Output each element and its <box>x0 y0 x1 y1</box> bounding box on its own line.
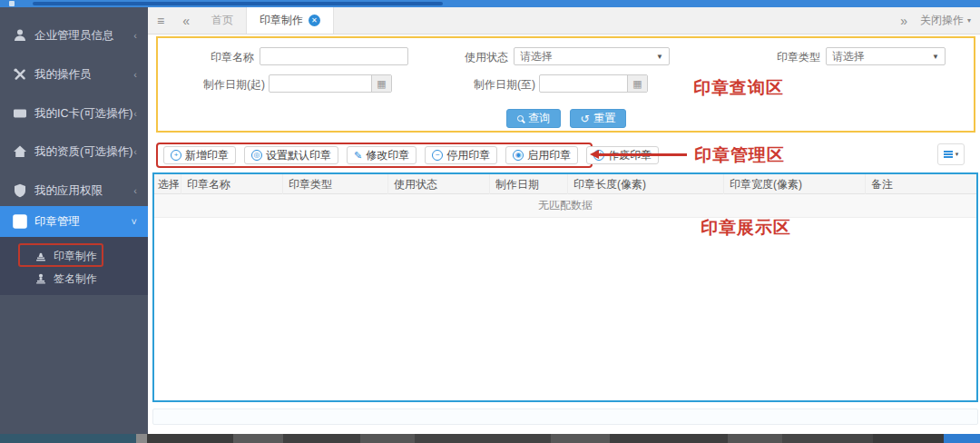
taskbar-segment <box>551 434 610 443</box>
sidebar-item-ic-card[interactable]: 我的IC卡(可选操作) ‹ <box>0 98 148 129</box>
tab-label: 印章制作 <box>260 13 303 28</box>
column-header-usage-status[interactable]: 使用状态 <box>388 174 490 194</box>
button-label: 设置默认印章 <box>266 148 331 163</box>
search-icon <box>517 115 524 122</box>
chevron-left-icon: ‹ <box>133 30 137 41</box>
chevron-down-icon: ˅ <box>132 216 137 227</box>
home-icon <box>13 144 27 159</box>
taskbar-segment <box>360 434 415 443</box>
caret-down-icon: ▾ <box>967 16 971 25</box>
sidebar-item-operators[interactable]: 我的操作员 ‹ <box>0 59 148 90</box>
taskbar-segment <box>233 434 283 443</box>
tab-seal-making[interactable]: 印章制作 ✕ <box>246 7 334 34</box>
chevron-left-icon: ‹ <box>133 108 137 119</box>
sidebar-item-admin-info[interactable]: 企业管理员信息 ‹ <box>0 20 148 51</box>
enable-circle-icon: ◉ <box>513 150 524 161</box>
add-circle-icon: + <box>171 150 181 161</box>
set-default-seal-button[interactable]: ◎ 设置默认印章 <box>244 146 338 164</box>
tabs-scroll-left-icon[interactable]: « <box>173 7 199 34</box>
usage-status-value: 请选择 <box>520 49 553 64</box>
tab-home[interactable]: 首页 <box>199 7 246 34</box>
seal-type-label: 印章类型 <box>769 50 820 65</box>
taskbar-segment <box>147 434 233 443</box>
date-to-input[interactable]: ▦ <box>539 74 648 93</box>
column-header-seal-type[interactable]: 印章类型 <box>283 174 388 194</box>
column-header-remarks[interactable]: 备注 <box>866 174 976 194</box>
reset-icon: ↺ <box>580 113 589 125</box>
sidebar-item-app-permissions[interactable]: 我的应用权限 ‹ <box>0 175 148 206</box>
taskbar-segment <box>415 434 551 443</box>
column-header-seal-width[interactable]: 印章宽度(像素) <box>724 174 866 194</box>
taskbar-fragment <box>0 434 980 443</box>
sidebar-item-label: 我的操作员 <box>34 67 92 83</box>
stamp-icon <box>34 250 47 262</box>
sidebar-item-label: 我的应用权限 <box>34 183 103 199</box>
column-header-select[interactable]: 选择 <box>154 174 181 194</box>
signature-stamp-icon <box>34 272 47 285</box>
table-header-row: 选择 印章名称 印章类型 使用状态 制作日期 印章长度(像素) 印章宽度(像素)… <box>154 174 976 194</box>
pagination-strip <box>152 409 978 425</box>
modify-seal-button[interactable]: ✎ 修改印章 <box>347 146 416 164</box>
shield-icon <box>13 183 27 198</box>
taskbar-segment <box>873 434 944 443</box>
table-options-button[interactable]: ▾ <box>937 143 965 165</box>
seal-name-label: 印章名称 <box>194 50 254 65</box>
taskbar-segment <box>610 434 728 443</box>
close-operations-dropdown[interactable]: 关闭操作 ▾ <box>920 13 971 28</box>
sidebar-submenu: 印章制作 签名制作 <box>0 237 148 295</box>
sidebar-item-qualifications[interactable]: 我的资质(可选操作) ‹ <box>0 136 148 167</box>
calendar-icon[interactable]: ▦ <box>627 75 647 92</box>
hamburger-menu-icon[interactable]: ≡ <box>148 7 173 34</box>
top-bar-title-band <box>33 2 443 5</box>
column-header-make-date[interactable]: 制作日期 <box>490 174 568 194</box>
sidebar-item-label: 我的IC卡(可选操作) <box>34 106 132 122</box>
calendar-icon[interactable]: ▦ <box>371 75 391 92</box>
usage-status-select[interactable]: 请选择 ▼ <box>514 47 670 65</box>
sidebar-item-seal-management[interactable]: 印章管理 ˅ <box>0 206 148 237</box>
caret-down-icon: ▾ <box>956 151 959 158</box>
chevron-left-icon: ‹ <box>133 146 137 157</box>
search-button[interactable]: 查询 <box>506 109 561 128</box>
close-operations-label: 关闭操作 <box>920 13 964 28</box>
enable-seal-button[interactable]: ◉ 启用印章 <box>505 146 578 164</box>
disable-circle-icon: − <box>432 150 443 161</box>
button-label: 启用印章 <box>527 148 571 163</box>
sidebar-item-label: 印章管理 <box>34 214 80 230</box>
button-label: 停用印章 <box>446 148 490 163</box>
seal-name-input[interactable] <box>260 47 408 65</box>
caret-down-icon: ▼ <box>932 53 939 61</box>
sidebar-subitem-seal-making[interactable]: 印章制作 <box>0 245 148 267</box>
seal-type-select[interactable]: 请选择 ▼ <box>826 47 946 65</box>
set-default-circle-icon: ◎ <box>251 150 262 161</box>
chevron-left-icon: ‹ <box>133 69 137 80</box>
annotation-management-area: 印章管理区 <box>694 143 785 167</box>
app-root: 企业管理员信息 ‹ 我的操作员 ‹ 我的IC卡(可选操作) ‹ 我的资质(可选操… <box>0 0 980 443</box>
taskbar-segment <box>728 434 782 443</box>
date-from-input[interactable]: ▦ <box>269 74 392 93</box>
taskbar-segment <box>0 434 136 443</box>
annotation-display-area: 印章展示区 <box>701 216 791 240</box>
column-header-seal-name[interactable]: 印章名称 <box>181 174 283 194</box>
column-header-seal-length[interactable]: 印章长度(像素) <box>568 174 724 194</box>
tabs-scroll-right-icon[interactable]: » <box>891 14 916 28</box>
disable-seal-button[interactable]: − 停用印章 <box>425 146 497 164</box>
reset-button[interactable]: ↺ 重置 <box>570 109 626 128</box>
add-seal-button[interactable]: + 新增印章 <box>163 146 236 164</box>
seal-table-section: 选择 印章名称 印章类型 使用状态 制作日期 印章长度(像素) 印章宽度(像素)… <box>152 172 978 402</box>
reset-button-label: 重置 <box>594 111 616 126</box>
top-bar <box>0 0 980 7</box>
sidebar-item-label: 我的资质(可选操作) <box>34 144 132 160</box>
tab-bar: ≡ « 首页 印章制作 ✕ » 关闭操作 ▾ <box>148 7 980 34</box>
sidebar-subitem-signature-making[interactable]: 签名制作 <box>0 268 148 290</box>
table-empty-state: 无匹配数据 <box>154 194 976 218</box>
app-logo-icon <box>9 1 15 6</box>
chevron-left-icon: ‹ <box>133 185 137 196</box>
button-label: 新增印章 <box>185 148 229 163</box>
ic-card-icon <box>13 106 27 121</box>
search-button-label: 查询 <box>528 111 550 126</box>
caret-down-icon: ▼ <box>656 53 663 61</box>
tools-icon <box>13 67 27 82</box>
taskbar-segment <box>136 434 147 443</box>
tab-close-icon[interactable]: ✕ <box>309 15 320 26</box>
date-to-label: 制作日期(至) <box>463 77 535 93</box>
